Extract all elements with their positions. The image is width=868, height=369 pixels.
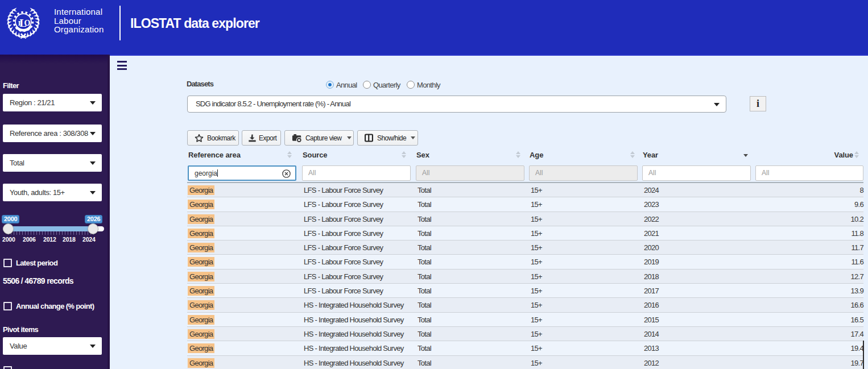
svg-text:O: O [24,19,31,27]
